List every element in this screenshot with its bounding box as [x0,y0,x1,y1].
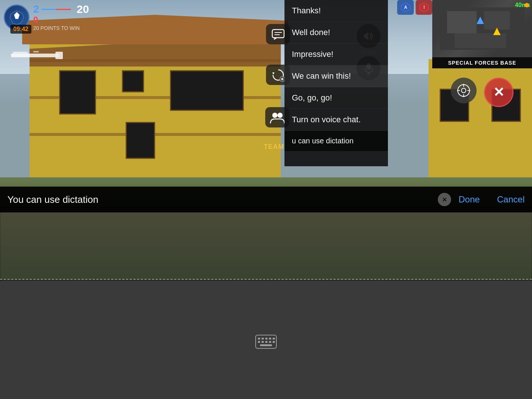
minimap-label-bar: SPECIAL FORCES BASE [432,57,532,68]
svg-point-0 [15,16,18,18]
chat-option-win-this[interactable]: We can win this! [284,65,388,87]
top-right-hud: A ! [397,0,432,15]
alert-icon: ! [419,2,429,13]
building-window [122,70,144,92]
minimap-background [432,0,532,57]
separator [491,194,494,205]
connection-indicator [525,3,529,7]
building-window [170,70,244,111]
quick-chat-panel: Thanks! Well done! Impressive! We can wi… [284,0,388,166]
svg-rect-1 [11,54,59,57]
svg-point-12 [272,113,277,118]
cancel-button[interactable]: Cancel [497,194,525,205]
svg-rect-42 [262,341,264,343]
done-button[interactable]: Done [458,194,480,205]
keyboard-symbol-icon [255,334,277,349]
hud-icon-red: ! [416,0,432,15]
svg-rect-21 [484,11,510,30]
building-window [126,122,155,159]
team-icon [270,111,285,124]
svg-rect-40 [273,338,275,340]
svg-text:!: ! [423,5,425,10]
svg-rect-39 [269,338,271,340]
chat-option-dictation[interactable]: u can use dictation [284,131,388,151]
minimap: SPECIAL FORCES BASE 40ms [432,0,532,68]
svg-rect-38 [265,338,267,340]
svg-rect-3 [13,52,28,54]
svg-text:A: A [404,5,407,10]
score-separator [41,9,71,10]
clear-input-button[interactable]: × [438,193,451,206]
svg-rect-36 [258,338,260,340]
svg-rect-43 [265,341,267,343]
score-red: 0 [33,16,89,24]
svg-rect-44 [269,341,271,343]
aim-button[interactable] [451,78,477,103]
score-blue: 2 20 [33,4,89,15]
team-logo-icon [8,9,25,26]
chat-text-input[interactable] [7,194,438,205]
hud-icon-blue: A [397,0,414,15]
svg-rect-2 [55,52,63,59]
refresh-icon [271,68,285,82]
building-window [59,70,96,115]
flag-icon: A [400,2,411,13]
team-label: TEAM [264,143,284,151]
points-to-win-label: 20 POINTS TO WIN [33,25,89,31]
fire-button[interactable]: ✕ [484,78,514,107]
svg-rect-37 [262,338,264,340]
svg-rect-4 [33,51,39,52]
target-score: 20 [77,4,89,15]
weapon-icon [11,48,70,63]
minimap-svg [432,0,532,57]
svg-rect-20 [447,11,477,33]
dotted-separator [0,279,532,280]
chat-option-go-go-go[interactable]: Go, go, go! [284,87,388,109]
score-area: 2 20 0 20 POINTS TO WIN [33,4,89,31]
svg-point-30 [461,88,466,93]
chat-option-impressive[interactable]: Impressive! [284,44,388,65]
chat-option-voice-chat[interactable]: Turn on voice chat. [284,109,388,131]
svg-rect-5 [272,30,284,38]
chat-icon [272,29,285,40]
game-timer: 09:42 [10,25,31,34]
clear-icon: × [442,195,447,204]
svg-rect-45 [273,341,275,343]
keyboard-icon[interactable] [255,334,277,352]
svg-rect-46 [260,344,272,346]
fire-icon: ✕ [493,85,504,100]
minimap-location-label: SPECIAL FORCES BASE [448,60,516,66]
wood-plank [30,133,281,136]
svg-rect-41 [258,341,260,343]
hud-top-left: 09:42 2 20 0 20 POINTS TO WIN [4,4,89,31]
bottom-area [0,207,532,281]
chat-option-well-done[interactable]: Well done! [284,22,388,44]
weapon-hud [11,48,70,64]
svg-marker-8 [272,72,274,75]
text-input-bar: × Done Cancel [0,187,532,212]
chat-option-thanks[interactable]: Thanks! [284,0,388,22]
svg-rect-22 [454,33,506,48]
svg-point-13 [277,113,283,118]
aim-icon [456,83,471,98]
